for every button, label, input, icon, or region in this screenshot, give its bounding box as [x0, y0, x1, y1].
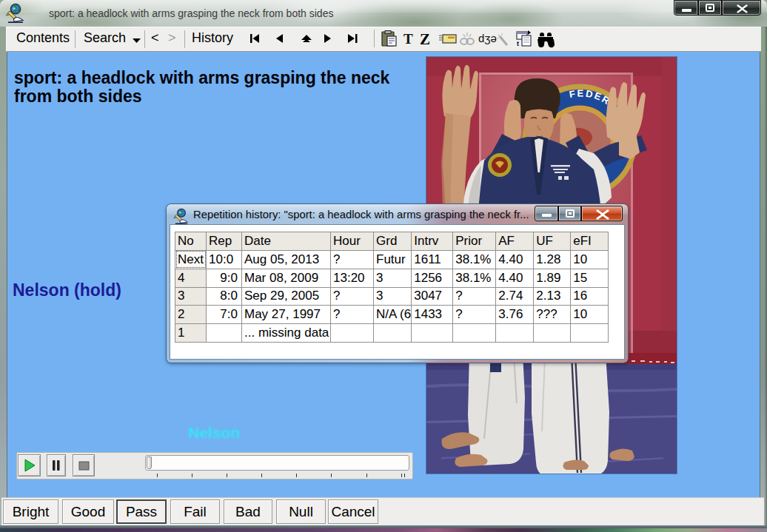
svg-text:T: T: [403, 31, 413, 47]
svg-text:dʒə: dʒə: [478, 32, 497, 44]
svg-text:Z: Z: [420, 30, 430, 48]
svg-text:t: t: [517, 40, 519, 47]
